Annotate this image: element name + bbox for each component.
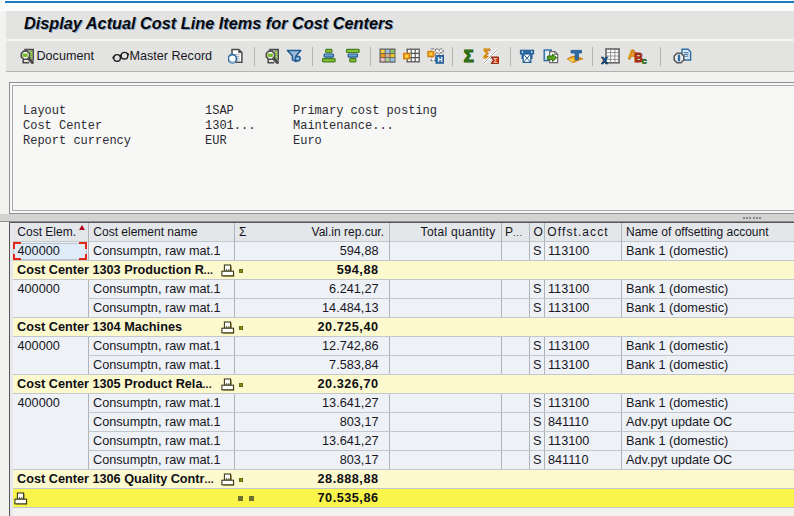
svg-text:Σ: Σ — [464, 48, 474, 64]
svg-text:c: c — [642, 55, 647, 64]
svg-text:x: x — [601, 53, 608, 65]
svg-text:Σ: Σ — [493, 57, 497, 64]
svg-text:H: H — [438, 56, 443, 63]
